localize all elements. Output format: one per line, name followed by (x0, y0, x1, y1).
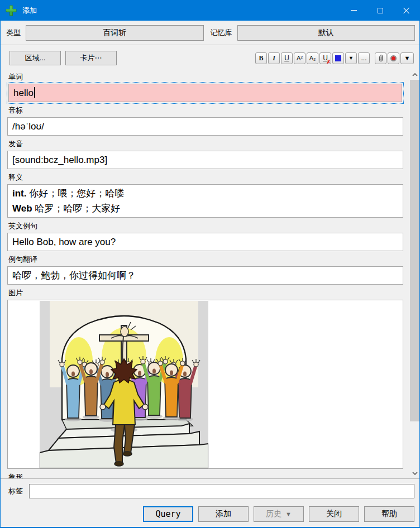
cloze-button[interactable]: ... (358, 52, 370, 64)
definition-pos: Web (12, 203, 32, 214)
history-button[interactable]: 历史▼ (254, 506, 304, 522)
tags-label: 标签 (8, 486, 23, 496)
minimize-button[interactable] (341, 0, 367, 21)
field-label-definition: 释义 (8, 172, 402, 183)
field-label-pictograph: 象形 (8, 472, 402, 478)
close-dialog-button[interactable]: 关闭 (309, 506, 359, 522)
underline-button[interactable]: U (281, 52, 293, 64)
field-label-pronunciation: 发音 (8, 139, 402, 149)
text-caret (34, 87, 35, 98)
color-swatch-icon (335, 55, 341, 61)
definition-line: int. 你好；喂；您好；哈喽 (12, 186, 398, 201)
type-label: 类型 (5, 28, 26, 38)
subscript-button[interactable]: A₂ (307, 52, 318, 64)
remove-format-button[interactable]: U✗ (319, 52, 331, 64)
deck-label: 记忆库 (209, 28, 237, 38)
field-label-word: 单词 (8, 72, 402, 82)
definition-line: Web 哈罗；哈啰；大家好 (12, 201, 398, 216)
close-icon (403, 7, 410, 14)
field-pronunciation[interactable]: [sound:bcz_hello.mp3] (7, 151, 403, 169)
italic-button[interactable]: I (268, 52, 280, 64)
chevron-down-icon: ▼ (404, 55, 411, 61)
record-icon (390, 55, 397, 61)
format-toolbar: B I U A² A₂ U✗ ▼ ... ▼ (255, 52, 415, 64)
query-button[interactable]: Query (143, 506, 193, 522)
field-word-value: hello (13, 88, 34, 98)
field-phonetic[interactable]: /həˈloʊ/ (7, 117, 403, 136)
note-type-button[interactable]: 百词斩 (26, 25, 204, 41)
field-phonetic-value: /həˈloʊ/ (12, 121, 44, 132)
scroll-down-button[interactable] (410, 468, 419, 478)
fields-button[interactable]: 区域... (9, 51, 61, 65)
toolbar-row: 区域... 卡片⋯ B I U A² A₂ U✗ ▼ ... ▼ (1, 45, 419, 70)
definition-text: 你好；喂；您好；哈喽 (29, 188, 124, 199)
picture-image (40, 301, 208, 468)
history-label: 历史 (266, 509, 281, 519)
attach-media-button[interactable] (375, 52, 386, 64)
field-pronunciation-value: [sound:bcz_hello.mp3] (12, 155, 107, 165)
scroll-up-button[interactable] (410, 70, 419, 80)
color-dropdown-button[interactable]: ▼ (345, 52, 357, 64)
fields-scroll-region: 单词 hello 音标 /həˈloʊ/ 发音 [sound:bcz_hello… (1, 70, 419, 479)
minimize-icon (351, 10, 357, 11)
titlebar[interactable]: 添加 (1, 0, 419, 21)
field-picture[interactable] (7, 300, 403, 469)
superscript-button[interactable]: A² (294, 52, 306, 64)
footer-buttons: Query 添加 历史▼ 关闭 帮助 (1, 503, 419, 527)
field-example-value: Hello Bob, how are you? (12, 237, 116, 247)
record-audio-button[interactable] (388, 52, 399, 64)
paperclip-icon (378, 54, 384, 62)
field-example[interactable]: Hello Bob, how are you? (7, 233, 403, 251)
field-translation-value: 哈啰，鲍勃，你过得如何啊？ (12, 270, 136, 281)
chevron-up-icon (412, 73, 418, 76)
chevron-down-icon: ▼ (349, 55, 354, 61)
maximize-button[interactable] (367, 0, 393, 21)
scrollbar-thumb[interactable] (410, 80, 419, 421)
more-options-button[interactable]: ▼ (400, 52, 414, 64)
field-word[interactable]: hello (8, 84, 402, 102)
window-title: 添加 (22, 6, 37, 16)
type-deck-row: 类型 百词斩 记忆库 默认 (1, 21, 419, 45)
definition-pos: int. (12, 188, 27, 199)
field-label-example: 英文例句 (8, 221, 402, 231)
fields-column: 单词 hello 音标 /həˈloʊ/ 发音 [sound:bcz_hello… (1, 70, 410, 478)
cards-button[interactable]: 卡片⋯ (65, 51, 117, 65)
definition-text: 哈罗；哈啰；大家好 (35, 203, 120, 214)
field-definition[interactable]: int. 你好；喂；您好；哈喽 Web 哈罗；哈啰；大家好 (7, 184, 403, 218)
tags-input[interactable] (29, 484, 414, 498)
tags-row: 标签 (1, 479, 419, 503)
chevron-down-icon (412, 472, 418, 475)
chevron-down-icon: ▼ (285, 511, 292, 517)
field-translation[interactable]: 哈啰，鲍勃，你过得如何啊？ (7, 266, 403, 285)
maximize-icon (378, 8, 383, 13)
add-button[interactable]: 添加 (198, 506, 249, 522)
deck-button[interactable]: 默认 (237, 25, 416, 41)
add-note-dialog: 添加 类型 百词斩 记忆库 默认 区域... 卡片⋯ B I U A² A₂ U… (0, 0, 420, 528)
text-color-button[interactable] (332, 52, 344, 64)
field-label-translation: 例句翻译 (8, 255, 402, 265)
field-label-phonetic: 音标 (8, 105, 402, 116)
vertical-scrollbar[interactable] (410, 70, 419, 478)
close-button[interactable] (393, 0, 419, 21)
field-label-picture: 图片 (8, 288, 402, 298)
help-button[interactable]: 帮助 (364, 506, 414, 522)
red-x-icon: ✗ (326, 59, 331, 65)
add-plus-icon (6, 5, 17, 16)
bold-button[interactable]: B (255, 52, 267, 64)
